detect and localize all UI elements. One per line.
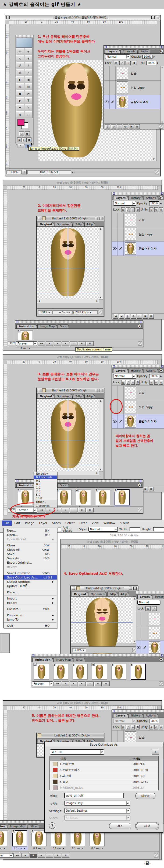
layer-visibility-toggle[interactable] (104, 95, 110, 109)
step-forward-icon[interactable]: ▶ (38, 853, 45, 858)
step-back-icon[interactable]: ◀ (46, 341, 53, 346)
menu-bar-item[interactable]: Layer (37, 521, 50, 526)
file-row[interactable]: 1.토마토넷 2003.9.4 (50, 761, 158, 767)
animation-frame[interactable]: 3 0.1 sec. ▾ (31, 830, 47, 850)
unify-style-icon[interactable]: ⊗ (159, 207, 163, 212)
layer-row[interactable] (136, 641, 164, 655)
layer-link-cell[interactable] (118, 386, 124, 400)
palette-drag-bar[interactable] (15, 320, 143, 323)
palette-drag-bar[interactable] (136, 591, 164, 594)
menu-item[interactable]: Save⌘S (3, 552, 57, 556)
animation-frame[interactable]: 1 1 sec. ▾ (0, 830, 8, 850)
close-box-icon[interactable] (38, 217, 41, 220)
menu-bar-item[interactable]: Select (63, 521, 77, 526)
menu-item[interactable] (3, 569, 57, 571)
layer-link-cell[interactable] (110, 95, 116, 109)
window-titlebar-inactive[interactable]: 금발 copy @ 300% (금발머리여자, RGB) (61, 539, 164, 545)
tab-paths[interactable]: Paths (138, 49, 150, 53)
zoom-box-icon[interactable] (95, 217, 98, 220)
layer-link-cell[interactable] (118, 242, 124, 255)
tab-original[interactable]: Original (38, 222, 54, 226)
layer-style-icon[interactable]: ƒ (125, 314, 130, 319)
palette-collapse-icon[interactable] (140, 480, 142, 482)
palette-collapse-icon[interactable] (161, 654, 163, 656)
tab-animation[interactable]: Animation (33, 658, 53, 662)
tween-icon[interactable]: ⋯ (46, 853, 53, 858)
palette-close-icon[interactable] (16, 480, 18, 482)
layer-link-cell[interactable] (110, 66, 116, 80)
play-icon[interactable]: ▶ (70, 681, 77, 686)
hand-tool[interactable]: ◖ (16, 111, 24, 118)
lock-all-icon[interactable]: ◘ (136, 725, 139, 730)
menu-item[interactable] (3, 611, 57, 613)
tab-4up[interactable]: 4-Up (84, 394, 95, 398)
animation-frame[interactable]: 4 1 sec. ▾ (75, 489, 91, 509)
tab-animation[interactable]: Animation (16, 324, 37, 328)
step-forward-icon[interactable]: ▶ (62, 341, 69, 346)
quick-mask-mode-icon[interactable]: ● (25, 131, 30, 136)
loop-select[interactable]: Forever▲▼ (32, 681, 53, 686)
layer-row[interactable]: 입술 (112, 386, 164, 400)
frame-delay-dropdown[interactable]: 1 sec. ▾ (0, 847, 8, 850)
stream-info[interactable]: -- / -- sec @ 28.8 Kbps ▼ (52, 310, 97, 314)
tab-2up[interactable]: 2-Up (73, 394, 84, 398)
tab-original[interactable]: Original (72, 592, 88, 596)
layer-row[interactable]: 눈섭 copy (112, 227, 164, 242)
zoom-select[interactable]: 300% ▼ (38, 310, 52, 314)
menu-item[interactable]: Place... (3, 590, 57, 594)
menu-item[interactable]: Close⌘W (3, 543, 57, 548)
menu-item[interactable]: Save Optimized⌥⌘S (3, 571, 57, 575)
layer-link-cell[interactable] (118, 414, 124, 428)
window-titlebar-inactive[interactable]: 금발 copy @ 300% (금발머리여자, RGB) (3, 355, 162, 360)
pen-tool[interactable]: ♦ (16, 104, 24, 111)
width-field[interactable] (130, 527, 140, 531)
column-date[interactable]: 수정일 (131, 757, 158, 761)
resize-grip[interactable] (138, 341, 142, 346)
canvas[interactable] (71, 596, 133, 643)
screen-mode-standard-icon[interactable]: ▣ (17, 137, 22, 142)
layer-link-cell[interactable] (142, 612, 148, 626)
window-titlebar-inactive[interactable]: 금발 copy @ 300% (금발머리여자, RGB) (3, 701, 162, 706)
layer-visibility-toggle[interactable] (112, 242, 118, 255)
lock-transparency-icon[interactable]: ▨ (121, 725, 125, 730)
menu-item[interactable]: Update HTML... (3, 584, 57, 588)
lock-image-icon[interactable]: ╱ (126, 725, 130, 730)
new-layer-icon[interactable]: ▣ (143, 487, 148, 491)
palette-drag-bar[interactable] (16, 35, 33, 38)
tab-slice[interactable]: Slice (28, 824, 39, 828)
layer-visibility-toggle[interactable] (112, 386, 118, 400)
blend-mode-select[interactable]: Normal▲▼ (105, 55, 130, 59)
stop-icon[interactable]: ■ (30, 853, 37, 858)
layer-visibility-toggle[interactable] (112, 414, 118, 428)
tween-icon[interactable]: ⋯ (86, 681, 93, 686)
file-row[interactable]: 2.토마토토이즈 2004.11.20 (50, 767, 158, 773)
duplicate-frame-icon[interactable]: ▣ (78, 341, 85, 346)
trash-icon[interactable]: ▦ (62, 853, 69, 858)
tab-animation[interactable]: Animation (0, 824, 7, 828)
location-select[interactable]: 데스크탑▲▼ (50, 749, 104, 754)
blend-mode-select[interactable]: Normal▲▼ (113, 374, 136, 378)
foreground-color-swatch[interactable] (17, 119, 25, 126)
tab-layers[interactable]: Layers (113, 196, 128, 200)
delay-menu-item[interactable]: 1.0 (34, 486, 57, 490)
layer-row[interactable] (136, 612, 164, 626)
palette-close-icon[interactable] (105, 46, 107, 48)
tab-image-map[interactable]: Image Map (53, 658, 73, 662)
anti-aliased-checkbox[interactable] (58, 528, 61, 531)
menu-item[interactable]: Output Settings▶ (3, 580, 57, 584)
palette-collapse-icon[interactable] (161, 192, 163, 195)
layer-group-icon[interactable]: ▱ (117, 124, 122, 129)
delay-menu-item[interactable]: 0.1 seconds (34, 475, 57, 479)
lock-all-icon[interactable]: ◘ (136, 207, 139, 212)
vertical-scrollbar[interactable] (99, 399, 103, 471)
tab-channels[interactable]: Channels (120, 49, 138, 53)
animation-frame[interactable]: 2 0.1 sec. ▾ (11, 830, 28, 850)
opacity-slider-icon[interactable]: ▶ (160, 375, 162, 377)
blend-mode-select[interactable]: Normal (137, 600, 160, 604)
trash-icon[interactable]: ▦ (86, 341, 93, 346)
file-row[interactable]: 7f783006_m.jpg 2005.2.4 (50, 785, 158, 791)
menu-item[interactable]: Export Original... (3, 560, 57, 565)
style-select[interactable]: Normal▲▼ (88, 527, 118, 532)
layer-row[interactable] (136, 626, 164, 641)
resize-grip[interactable] (155, 170, 159, 175)
